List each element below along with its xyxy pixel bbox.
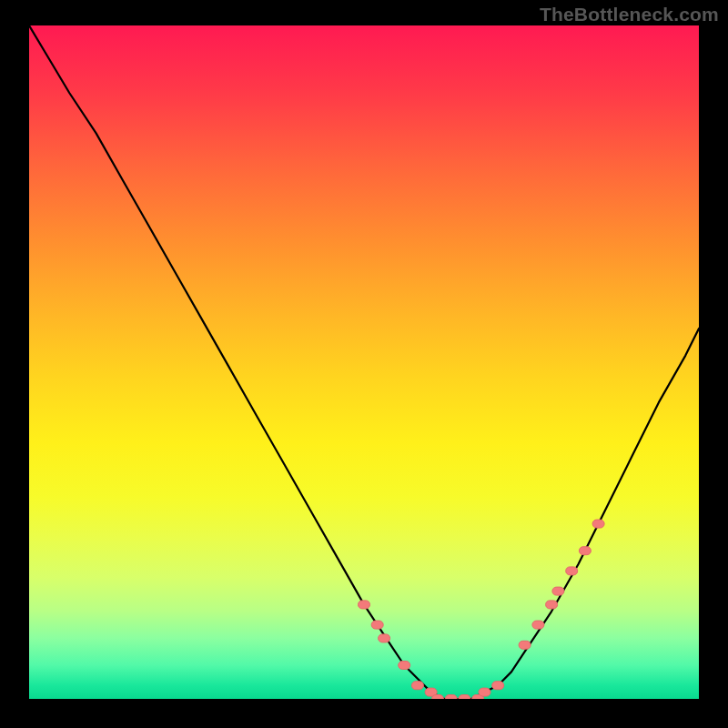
curve-marker <box>492 682 504 690</box>
curve-marker <box>552 587 564 595</box>
curve-marker <box>399 662 410 670</box>
attribution-label: TheBottleneck.com <box>540 4 719 25</box>
curve-marker <box>371 621 383 629</box>
curve-marker <box>459 695 470 700</box>
curve-marker <box>579 547 591 555</box>
curve-marker <box>432 695 444 700</box>
curve-marker <box>479 688 490 696</box>
bottleneck-curve <box>29 25 699 699</box>
curve-marker <box>566 567 578 575</box>
curve-marker <box>379 634 390 642</box>
curve-marker <box>546 601 558 609</box>
curve-marker <box>359 601 370 609</box>
curve-marker <box>532 621 544 629</box>
plot-area <box>29 25 699 699</box>
curve-marker <box>592 520 604 528</box>
curve-marker <box>411 682 423 690</box>
chart-frame: TheBottleneck.com <box>0 0 728 728</box>
curve-marker <box>519 641 531 649</box>
curve-marker <box>445 695 457 700</box>
curve-layer <box>29 25 699 699</box>
